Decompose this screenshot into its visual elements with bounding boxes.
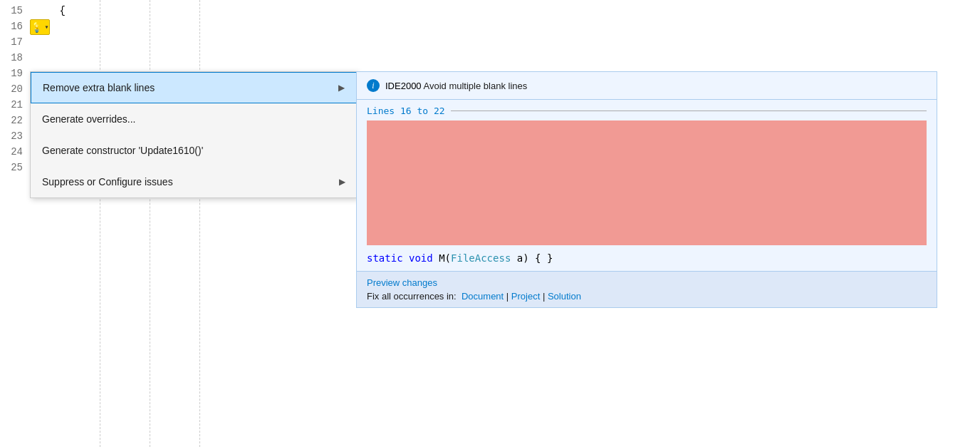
line-num-25: 25 [0,160,23,175]
info-icon: i [367,79,380,92]
menu-item-remove-blank-lines[interactable]: Remove extra blank lines ▶ [31,72,357,103]
menu-item-generate-constructor[interactable]: Generate constructor 'Update1610()' [31,135,357,166]
line-num-17: 17 [0,34,23,50]
line-num-21: 21 [0,97,23,113]
submenu-arrow-icon: ▶ [338,83,345,93]
preview-footer: Preview changes Fix all occurrences in: … [357,271,937,307]
fix-all-line: Fix all occurrences in: Document | Proje… [367,291,927,302]
method-name: M( [439,252,451,264]
separator-1: | [506,291,511,302]
menu-item-label-generate-constructor: Generate constructor 'Update1610()' [42,145,203,156]
preview-panel: i IDE2000 Avoid multiple blank lines Lin… [356,71,937,308]
fix-all-prefix: Fix all occurrences in: [367,291,457,302]
fix-all-project-link[interactable]: Project [511,291,540,302]
diagnostic-code: IDE2000 [385,81,422,91]
indent-guide-2 [150,0,150,447]
line-num-16: 16 [0,19,23,34]
line-num-15: 15 [0,3,23,19]
preview-code-line: static void M(FileAccess a) { } [357,245,937,271]
line-num-23: 23 [0,128,23,144]
code-line-18 [28,50,980,66]
code-line-17 [28,34,980,50]
keyword-static: static [367,252,403,264]
editor-area: 15 16 17 18 19 20 21 22 23 24 25 { [0,0,980,447]
line-num-24: 24 [0,144,23,160]
menu-item-label-suppress-configure: Suppress or Configure issues [42,176,173,187]
line-num-19: 19 [0,66,23,81]
fix-all-document-link[interactable]: Document [462,291,504,302]
code-line-15: { [28,3,980,19]
submenu-arrow-suppress-icon: ▶ [339,177,345,187]
lightbulb-icon: 💡 [31,21,43,34]
code-line-16 [28,19,980,34]
diagnostic-title: Avoid multiple blank lines [424,81,528,91]
indent-guide-1 [100,0,100,447]
fix-all-solution-link[interactable]: Solution [548,291,581,302]
line-num-18: 18 [0,50,23,66]
lightbulb-button[interactable]: 💡 ▾ [30,19,50,35]
keyword-void: void [409,252,433,264]
context-menu: Remove extra blank lines ▶ Generate over… [30,71,358,198]
removed-code-block [367,120,927,245]
preview-title: IDE2000 Avoid multiple blank lines [385,81,527,91]
line-num-20: 20 [0,81,23,97]
menu-item-label-remove-blank-lines: Remove extra blank lines [43,82,155,93]
line-num-22: 22 [0,113,23,128]
type-fileaccess: FileAccess [451,252,511,264]
menu-item-generate-overrides[interactable]: Generate overrides... [31,103,357,135]
indent-guide-3 [199,0,200,447]
menu-item-suppress-configure[interactable]: Suppress or Configure issues ▶ [31,166,357,197]
separator-2: | [543,291,548,302]
preview-header: i IDE2000 Avoid multiple blank lines [357,72,937,100]
line-numbers: 15 16 17 18 19 20 21 22 23 24 25 [0,0,28,447]
menu-item-label-generate-overrides: Generate overrides... [42,113,136,125]
preview-changes-link[interactable]: Preview changes [367,277,927,288]
dropdown-arrow-icon: ▾ [44,23,48,31]
param-a: a) { } [511,252,553,264]
lines-range-label: Lines 16 to 22 [357,100,937,120]
